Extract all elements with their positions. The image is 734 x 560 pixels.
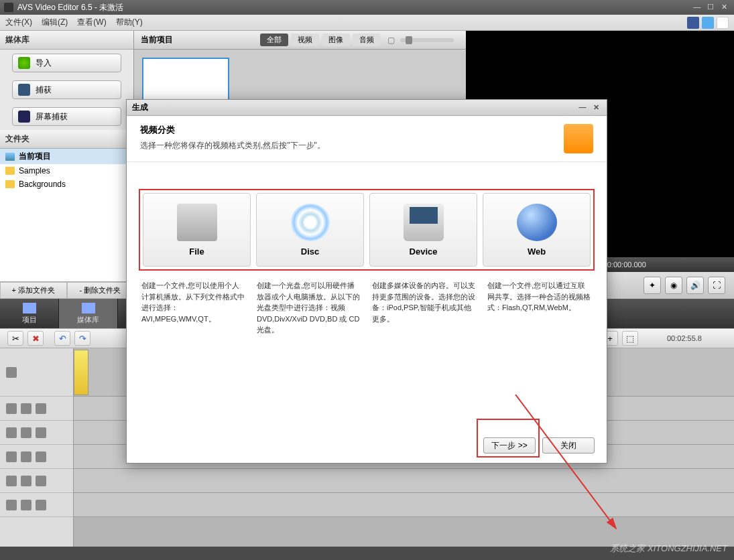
eye-icon[interactable] — [6, 403, 17, 414]
audio-icon — [36, 427, 46, 438]
category-file[interactable]: File — [143, 193, 251, 267]
lock-icon[interactable] — [21, 476, 32, 486]
track-headers — [0, 348, 74, 547]
menu-help[interactable]: 帮助(Y) — [116, 17, 143, 28]
dialog-heading: 视频分类 — [140, 124, 564, 136]
timeline-time-2: 00:02:55.8 — [667, 334, 702, 342]
eye-icon[interactable] — [6, 476, 17, 486]
left-sidebar: 媒体库 导入 捕获 屏幕捕获 文件夹 当前项目 Samples Backgrou… — [0, 31, 134, 299]
desc-disc: 创建一个光盘,您可以用硬件播放器或个人电脑播放。从以下的光盘类型中进行选择：视频… — [254, 280, 364, 336]
film-icon — [23, 303, 36, 313]
plus-icon — [18, 57, 30, 69]
disc-icon — [290, 204, 330, 241]
rec-icon — [18, 111, 30, 123]
maximize-button[interactable]: ☐ — [705, 3, 717, 12]
library-icon — [82, 303, 95, 313]
menu-edit[interactable]: 编辑(Z) — [42, 17, 68, 28]
tab-project[interactable]: 项目 — [0, 299, 59, 328]
desc-file: 创建一个文件,您可以使用个人计算机播放。从下列文件格式中进行选择：AVI,MPE… — [139, 280, 249, 336]
fit-button[interactable]: ⬚ — [622, 331, 638, 346]
window-title: AVS Video Editor 6.5 - 未激活 — [17, 2, 123, 13]
folder-tree: 当前项目 Samples Backgrounds — [0, 149, 133, 281]
next-button[interactable]: 下一步 >> — [483, 437, 536, 453]
window-titlebar: AVS Video Editor 6.5 - 未激活 — ☐ ✕ — [0, 0, 734, 15]
eye-icon[interactable] — [6, 427, 17, 438]
volume-button[interactable]: 🔊 — [686, 277, 704, 294]
dialog-subtitle: 选择一种您将保存的视频格式类别,然后按"下一步"。 — [140, 140, 564, 151]
lock-icon[interactable] — [21, 403, 32, 414]
device-icon — [404, 204, 444, 241]
eye-icon[interactable] — [6, 451, 17, 462]
timeline-clip[interactable] — [74, 350, 88, 395]
add-folder-button[interactable]: + 添加文件夹 — [0, 282, 67, 299]
twitter-icon[interactable] — [702, 17, 714, 29]
app-icon — [4, 3, 13, 12]
facebook-icon[interactable] — [687, 17, 699, 29]
folder-samples[interactable]: Samples — [0, 164, 133, 178]
folder-icon — [5, 180, 15, 188]
lock-icon[interactable] — [21, 427, 32, 438]
delete-folder-button[interactable]: - 删除文件夹 — [67, 282, 134, 299]
close-dialog-button[interactable]: 关闭 — [542, 437, 595, 453]
hdd-icon — [177, 204, 217, 241]
project-title: 当前项目 — [141, 34, 173, 46]
filter-audio[interactable]: 音频 — [353, 33, 381, 46]
folder-icon — [5, 153, 15, 161]
folder-current-project[interactable]: 当前项目 — [0, 149, 133, 164]
undo-button[interactable]: ↶ — [54, 331, 70, 346]
eye-icon[interactable] — [6, 500, 17, 510]
camera-icon — [18, 84, 30, 96]
youtube-icon[interactable] — [717, 17, 729, 29]
redo-button[interactable]: ↷ — [74, 331, 90, 346]
minimize-button[interactable]: — — [691, 3, 703, 12]
close-button[interactable]: ✕ — [718, 3, 730, 12]
filter-video[interactable]: 视频 — [291, 33, 319, 46]
folders-header: 文件夹 — [0, 130, 133, 149]
tab-library[interactable]: 媒体库 — [59, 299, 118, 328]
dialog-titlebar: 生成 — ✕ — [127, 100, 607, 116]
thumbnail-size-slider[interactable] — [400, 38, 454, 42]
category-web[interactable]: Web — [483, 193, 591, 267]
overlay-icon — [36, 476, 46, 486]
lock-icon[interactable] — [21, 451, 32, 462]
category-disc[interactable]: Disc — [256, 193, 364, 267]
dialog-minimize-button[interactable]: — — [577, 103, 588, 113]
media-library-header: 媒体库 — [0, 31, 133, 50]
capture-button[interactable]: 捕获 — [12, 80, 121, 99]
text-icon — [36, 451, 46, 462]
globe-icon — [517, 204, 557, 241]
desc-device: 创建多媒体设备的内容。可以支持更多范围的设备。选择您的设备：iPod,PSP,智… — [369, 280, 479, 336]
export-dialog: 生成 — ✕ 视频分类 选择一种您将保存的视频格式类别,然后按"下一步"。 Fi… — [126, 99, 607, 464]
fx-icon — [36, 403, 46, 414]
folder-icon — [5, 167, 15, 175]
import-button[interactable]: 导入 — [12, 54, 121, 72]
video-track-icon — [6, 367, 17, 378]
fullscreen-button[interactable]: ⛶ — [708, 277, 725, 294]
cut-button[interactable]: ✂ — [7, 331, 23, 346]
voice-icon — [36, 500, 46, 510]
dialog-close-button[interactable]: ✕ — [591, 103, 601, 113]
filter-all[interactable]: 全部 — [260, 33, 288, 46]
delete-button[interactable]: ✖ — [27, 331, 44, 346]
project-header: 当前项目 全部 视频 图像 音频 ▢ — [134, 31, 466, 50]
desc-web: 创建一个文件,您可以通过互联网共享。选择一种合适的视频格式：Flash,QT,R… — [485, 280, 595, 336]
watermark: 系统之家 XITONGZHIJIA.NET — [610, 543, 727, 555]
filter-image[interactable]: 图像 — [322, 33, 350, 46]
menu-file[interactable]: 文件(X) — [5, 17, 32, 28]
screen-capture-button[interactable]: 屏幕捕获 — [12, 107, 121, 126]
category-highlight: File Disc Device Web — [139, 189, 595, 271]
folder-backgrounds[interactable]: Backgrounds — [0, 178, 133, 191]
snapshot-button[interactable]: ✦ — [644, 277, 661, 294]
dialog-header: 视频分类 选择一种您将保存的视频格式类别,然后按"下一步"。 — [127, 116, 607, 162]
dialog-title: 生成 — [132, 102, 148, 113]
menu-bar: 文件(X) 编辑(Z) 查看(W) 帮助(Y) — [0, 15, 734, 31]
export-icon — [564, 124, 593, 153]
menu-view[interactable]: 查看(W) — [77, 17, 106, 28]
lock-icon[interactable] — [21, 500, 32, 510]
category-device[interactable]: Device — [369, 193, 477, 267]
camera-button[interactable]: ◉ — [665, 277, 682, 294]
